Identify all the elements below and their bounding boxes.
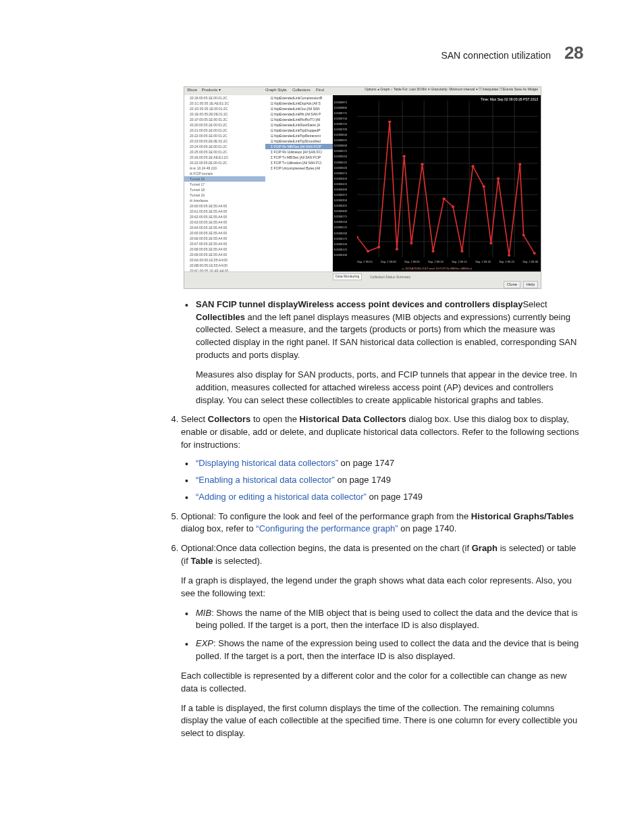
tree-item[interactable]: 20:6B:00:05:1E:55:A4:00: [184, 263, 265, 268]
step-4: Select Collectors to open the Historical…: [181, 413, 583, 503]
collectibles-list[interactable]: Ω fcipExtendedLinkCompressionRΩ fcipExte…: [265, 95, 333, 272]
tree-item[interactable]: Tunnel 18: [184, 187, 265, 192]
options-bar[interactable]: Options ● Graph ○ Table For: Last 30 Min…: [365, 87, 538, 92]
svg-point-18: [377, 246, 380, 249]
collectible-item[interactable]: Σ FCIP Tx MB/Sec [All SAN FCIP: [265, 155, 333, 160]
tree-item[interactable]: 20:62:00:05:1E:55:A4:00: [184, 214, 265, 219]
svg-point-20: [396, 248, 398, 251]
collectible-item[interactable]: Σ FCIP Rx MB/Sec [All SAN FCIP: [265, 144, 333, 149]
collectible-item[interactable]: Ω fcipExtendedLinkRtt [All SAN P: [265, 111, 333, 117]
page-number: 28: [564, 41, 583, 66]
collectible-item[interactable]: Ω fcipExtendedLinkSlowStarts [A: [265, 122, 333, 128]
tree-item[interactable]: 20:6A:00:05:1E:55:A4:00: [184, 257, 265, 263]
tree-item[interactable]: 20:1F:00:05:1E:00:01:2C: [184, 117, 265, 122]
tree-item[interactable]: 20:65:00:05:1E:55:A4:00: [184, 230, 265, 236]
svg-point-17: [367, 250, 369, 253]
tab-data-monitoring[interactable]: Data Monitoring: [333, 273, 362, 280]
collectible-item[interactable]: Ω fcipExtendedLinkRtxRtxTO [All: [265, 117, 333, 122]
svg-point-32: [508, 254, 510, 257]
tree-item[interactable]: ⊟ ⊗ 10.24.48.219: [184, 165, 265, 171]
tree-item[interactable]: Tunnel 19: [184, 192, 265, 198]
collectible-item[interactable]: Σ FCIP Tx Utilization [All SAN FCI: [265, 160, 333, 165]
tree-item[interactable]: ⊟ Interfaces: [184, 198, 265, 203]
collectible-item[interactable]: Ω fcipExtendedLinkTcpSmoothed: [265, 138, 333, 144]
collectors-button[interactable]: Collectors: [292, 88, 311, 92]
svg-point-29: [482, 185, 485, 188]
tree-item[interactable]: 20:61:00:05:1E:55:A4:00: [184, 209, 265, 214]
svg-point-19: [388, 120, 391, 123]
tree-item[interactable]: 20:63:00:05:1E:55:A4:00: [184, 219, 265, 225]
tree-item[interactable]: Tunnel 16: [184, 176, 265, 182]
svg-point-27: [460, 250, 463, 253]
collectible-item[interactable]: Ω fcipExtendedLinkDupAck [All S: [265, 101, 333, 106]
chart-legend: -o- BCNA76003-213/Tunnel 16 FCIP Rx MB/S…: [402, 267, 472, 271]
svg-point-26: [452, 205, 454, 208]
tree-item[interactable]: Tunnel 17: [184, 182, 265, 187]
tree-item[interactable]: 20:1D:00:05:1E:00:01:2C: [184, 106, 265, 111]
svg-point-31: [497, 177, 500, 180]
svg-point-33: [518, 163, 521, 165]
tree-item[interactable]: ⊟ FCIP tunnels: [184, 171, 265, 176]
performance-chart: Time: Mon Sep 02 09:03:28 PST 2013 0.000…: [333, 95, 541, 272]
help-button[interactable]: Help: [523, 281, 538, 288]
svg-point-21: [403, 155, 406, 157]
display-types-bullet: SAN FCIP tunnel displayWireless access p…: [181, 298, 583, 407]
link-enabling: “Enabling a historical data collector” o…: [181, 474, 583, 487]
tree-item[interactable]: 20:1E:00:05:2E:0E:01:2C: [184, 111, 265, 117]
svg-point-25: [442, 197, 445, 200]
tree-item[interactable]: 20:22:00:05:1E:00:01:2C: [184, 133, 265, 138]
page-header-title: SAN connection utilization: [441, 49, 551, 62]
find-button[interactable]: Find: [316, 88, 324, 92]
collectible-item[interactable]: Ω fcipExtendedLinkCompressionR: [265, 95, 333, 101]
mib-note: MIB: Shows the name of the MIB object th…: [181, 607, 583, 633]
tree-item[interactable]: 20:21:00:05:1E:00:01:2C: [184, 128, 265, 133]
tree-item[interactable]: 20:24:00:05:1E:00:01:2C: [184, 144, 265, 149]
products-dropdown[interactable]: Products: [202, 88, 218, 92]
table-note: If a table is displayed, the first colum…: [181, 702, 583, 741]
svg-point-35: [533, 252, 535, 255]
step-6: Optional:Once data collection begins, th…: [181, 542, 583, 740]
measures-note: Measures also display for SAN products, …: [196, 369, 583, 407]
tree-item[interactable]: 20:1C:00:05:1E:AE:E1:2C: [184, 101, 265, 106]
tree-item[interactable]: 20:66:00:05:1E:55:A4:00: [184, 236, 265, 241]
tree-item[interactable]: 20:26:00:05:1E:AE:E1:2C: [184, 155, 265, 160]
tree-item[interactable]: 20:69:00:05:1E:55:A4:00: [184, 252, 265, 257]
link-displaying: “Displaying historical data collectors” …: [181, 457, 583, 470]
tree-item[interactable]: 20:20:00:05:1E:00:01:2C: [184, 122, 265, 128]
step-5: Optional: To configure the look and feel…: [181, 511, 583, 536]
close-button[interactable]: Close: [504, 281, 520, 288]
tree-item[interactable]: 20:67:00:05:1E:55:A4:00: [184, 241, 265, 246]
tab-collection-status[interactable]: Collection Status Summary: [368, 275, 412, 280]
graph-legend-note: If a graph is displayed, the legend unde…: [181, 575, 583, 600]
collectible-item[interactable]: Ω fcipExtendedLinkTcpDroppedP: [265, 128, 333, 133]
collectible-item[interactable]: Σ FCIP Rx Utilization [All SAN FCI: [265, 149, 333, 155]
graph-style-button[interactable]: Graph Style: [265, 88, 287, 92]
collectible-item[interactable]: Σ FCIP Uncompressed Bytes [All: [265, 165, 333, 171]
exp-note: EXP: Shows the name of the expression be…: [181, 637, 583, 663]
show-label: Show: [187, 88, 197, 92]
svg-point-24: [431, 250, 434, 253]
tree-item[interactable]: 20:18:00:05:1E:00:01:2C: [184, 95, 265, 101]
svg-point-23: [421, 163, 423, 165]
svg-point-30: [489, 242, 492, 244]
svg-point-28: [471, 165, 474, 167]
color-note: Each collectible is represented by a dif…: [181, 670, 583, 696]
tree-item[interactable]: 20:68:00:05:1E:55:A4:00: [184, 246, 265, 252]
tree-item[interactable]: 20:64:00:05:1E:55:A4:00: [184, 225, 265, 230]
device-tree[interactable]: 20:18:00:05:1E:00:01:2C20:1C:00:05:1E:AE…: [184, 95, 266, 272]
tree-item[interactable]: 20:60:00:05:1E:55:A4:00: [184, 203, 265, 209]
tree-item[interactable]: 20:23:00:05:2E:0E:01:2C: [184, 138, 265, 144]
svg-point-34: [522, 234, 525, 236]
link-adding: “Adding or editing a historical data col…: [181, 491, 583, 504]
tree-item[interactable]: 20:22:00:05:2E:00:01:2C: [184, 160, 265, 165]
dashboard-screenshot: Show Products ▾ Graph Style Collectors F…: [184, 86, 541, 289]
collectible-item[interactable]: Ω fcipExtendedLinkOoo [All SAN: [265, 106, 333, 111]
svg-point-22: [410, 242, 412, 244]
collectible-item[interactable]: Ω fcipExtendedLinkTcpRetransmi: [265, 133, 333, 138]
tree-item[interactable]: 20:25:00:05:1E:00:01:2C: [184, 149, 265, 155]
